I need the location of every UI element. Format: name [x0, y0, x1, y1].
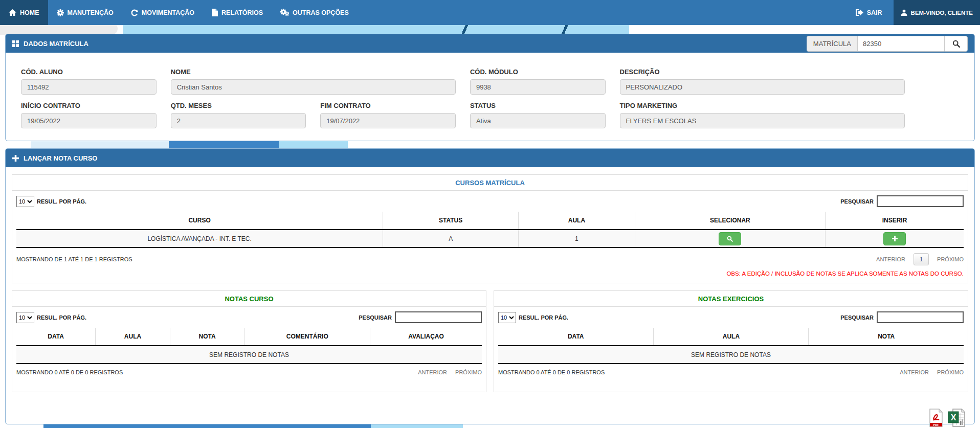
nav-item-home[interactable]: HOME [0, 0, 48, 25]
records-info: MOSTRANDO DE 1 ATÉ 1 DE 1 REGISTROS [16, 256, 132, 262]
col-header-status[interactable]: STATUS [383, 212, 519, 230]
obs-note: OBS: A EDIÇÃO / INCLUSÃO DE NOTAS SE APL… [12, 268, 968, 283]
next-page-link[interactable]: PRÓXIMO [937, 256, 964, 262]
grid-icon [12, 40, 19, 47]
col-header-selecionar[interactable]: SELECIONAR [635, 212, 825, 230]
status-input [470, 113, 606, 128]
col-header-inserir[interactable]: INSERIR [826, 212, 964, 230]
empty-row: SEM REGISTRO DE NOTAS [16, 346, 482, 364]
cell-aula: 1 [519, 230, 635, 247]
field-status: STATUS [470, 102, 620, 128]
previous-page-link[interactable]: ANTERIOR [876, 256, 905, 262]
cell-status: A [383, 230, 519, 247]
notas-curso-per-page-select[interactable]: 10 [16, 312, 34, 323]
dados-matricula-form: CÓD. ALUNO NOME CÓD. MÓDULO DESCRIÇÃO IN… [6, 53, 974, 141]
field-inicio-contrato: INÍCIO CONTRATO [21, 102, 171, 128]
welcome-label: BEM-VINDO, CLIENTE [911, 10, 973, 16]
matricula-addon-label: MATRÍCULA [807, 36, 857, 52]
col-header-aula[interactable]: AULA [654, 328, 809, 346]
nav-right-group: SAIR BEM-VINDO, CLIENTE [844, 0, 980, 25]
field-tipo-marketing: TIPO MARKETING [620, 102, 919, 128]
panel-title: DADOS MATRÍCULA [24, 40, 88, 48]
nav-item-relatorios[interactable]: RELATÓRIOS [203, 0, 272, 25]
field-label: STATUS [470, 102, 606, 109]
nav-item-label: RELATÓRIOS [221, 9, 263, 16]
home-icon [9, 9, 16, 16]
field-cod-modulo: CÓD. MÓDULO [470, 68, 620, 95]
nav-item-movimentacao[interactable]: MOVIMENTAÇÃO [122, 0, 203, 25]
plus-icon [892, 236, 898, 241]
qtd-meses-input [171, 113, 306, 128]
matricula-search-button[interactable] [944, 36, 968, 52]
export-buttons: PDF X [6, 409, 965, 427]
notas-exercicios-controls: 10 RESUL. POR PÁG. PESQUISAR [494, 307, 968, 328]
cell-curso: LOGÍSTICA AVANÇADA - INT. E TEC. [16, 230, 383, 247]
per-page-label: RESUL. POR PÁG. [37, 198, 86, 205]
cod-modulo-input [470, 79, 606, 95]
pdf-export-icon[interactable]: PDF [928, 409, 944, 427]
col-header-data[interactable]: DATA [16, 328, 96, 346]
next-page-link[interactable]: PRÓXIMO [455, 369, 482, 375]
col-header-nota[interactable]: NOTA [809, 328, 964, 346]
field-label: QTD. MESES [171, 102, 306, 109]
field-label: CÓD. MÓDULO [470, 68, 606, 76]
descricao-input [620, 79, 905, 95]
notas-curso-search-input[interactable] [395, 311, 482, 323]
logout-button[interactable]: SAIR [844, 0, 894, 25]
search-icon [727, 236, 733, 242]
cursos-matricula-section: CURSOS MATRÍCULA 10 RESUL. POR PÁG. PESQ… [12, 174, 968, 283]
cod-aluno-input [21, 79, 157, 95]
nav-item-manutencao[interactable]: MANUTENÇÃO [48, 0, 122, 25]
field-cod-aluno: CÓD. ALUNO [21, 68, 171, 95]
notas-sections: NOTAS CURSO 10 RESUL. POR PÁG. PESQUISAR [12, 290, 968, 392]
empty-message: SEM REGISTRO DE NOTAS [498, 346, 964, 364]
page-number-button[interactable]: 1 [914, 253, 929, 265]
cell-inserir [826, 230, 964, 247]
tipo-marketing-input [620, 113, 905, 128]
nav-item-outras-opcoes[interactable]: OUTRAS OPÇÕES [272, 0, 358, 25]
col-header-aula[interactable]: AULA [96, 328, 170, 346]
col-header-data[interactable]: DATA [498, 328, 654, 346]
user-menu[interactable]: BEM-VINDO, CLIENTE [894, 0, 980, 25]
insert-grade-button[interactable] [883, 232, 906, 245]
previous-page-link[interactable]: ANTERIOR [418, 369, 447, 375]
notas-exercicios-per-page-select[interactable]: 10 [498, 312, 516, 323]
notas-curso-footer: MOSTRANDO 0 ATÉ 0 DE 0 REGISTROS ANTERIO… [12, 364, 486, 378]
inicio-contrato-input [21, 113, 157, 128]
lancar-nota-curso-panel: LANÇAR NOTA CURSO CURSOS MATRÍCULA 10 RE… [5, 148, 975, 424]
svg-text:PDF: PDF [933, 423, 939, 426]
notas-exercicios-footer: MOSTRANDO 0 ATÉ 0 DE 0 REGISTROS ANTERIO… [494, 364, 968, 378]
nome-input [171, 79, 456, 95]
fim-contrato-input [320, 113, 456, 128]
select-course-button[interactable] [719, 232, 741, 245]
notas-curso-controls: 10 RESUL. POR PÁG. PESQUISAR [12, 307, 486, 328]
previous-page-link[interactable]: ANTERIOR [900, 369, 929, 375]
notas-exercicios-search-input[interactable] [877, 311, 964, 323]
notas-curso-section: NOTAS CURSO 10 RESUL. POR PÁG. PESQUISAR [12, 290, 486, 392]
field-label: TIPO MARKETING [620, 102, 905, 109]
col-header-curso[interactable]: CURSO [16, 212, 383, 230]
field-label: INÍCIO CONTRATO [21, 102, 157, 109]
next-page-link[interactable]: PRÓXIMO [937, 369, 964, 375]
excel-export-icon[interactable]: X [948, 409, 965, 427]
cell-selecionar [635, 230, 825, 247]
col-header-avaliacao[interactable]: AVALIAÇAO [370, 328, 482, 346]
field-label: CÓD. ALUNO [21, 68, 157, 76]
notas-curso-table: DATA AULA NOTA COMENTÁRIO AVALIAÇAO SEM … [16, 328, 482, 364]
col-header-comentario[interactable]: COMENTÁRIO [244, 328, 370, 346]
per-page-label: RESUL. POR PÁG. [519, 314, 568, 321]
col-header-aula[interactable]: AULA [519, 212, 635, 230]
lancar-nota-curso-header[interactable]: LANÇAR NOTA CURSO [6, 149, 974, 167]
cursos-per-page-select[interactable]: 10 [16, 196, 34, 207]
col-header-nota[interactable]: NOTA [170, 328, 244, 346]
gear-icon [57, 9, 64, 16]
cursos-search-input[interactable] [877, 195, 964, 207]
matricula-input[interactable] [857, 36, 944, 52]
cursos-matricula-title: CURSOS MATRÍCULA [12, 175, 968, 191]
cursos-table-footer: MOSTRANDO DE 1 ATÉ 1 DE 1 REGISTROS ANTE… [12, 248, 968, 268]
nav-item-label: MANUTENÇÃO [68, 9, 114, 16]
notas-curso-title: NOTAS CURSO [12, 291, 486, 307]
notas-exercicios-section: NOTAS EXERCICIOS 10 RESUL. POR PÁG. PESQ… [494, 290, 968, 392]
matricula-search-group: MATRÍCULA [807, 36, 968, 52]
empty-row: SEM REGISTRO DE NOTAS [498, 346, 964, 364]
